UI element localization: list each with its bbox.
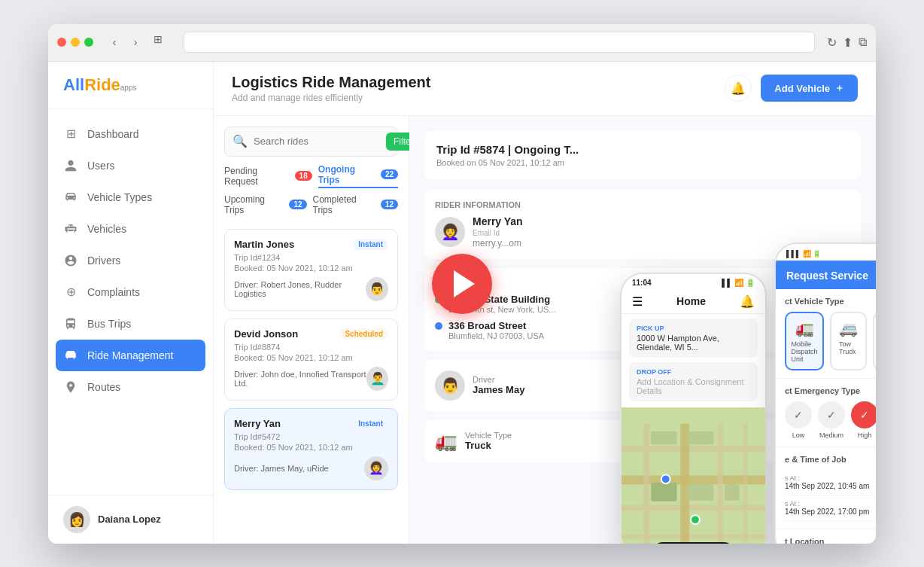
pickup-item: Empire State Building 20 w 34th st, New …: [435, 294, 850, 314]
main-header: Logistics Ride Management Add and manage…: [214, 62, 876, 116]
trip-header: Trip Id #5874 | Ongoing T... Booked on 0…: [424, 131, 861, 179]
search-bar-area: 🔍 Filter ⚙: [214, 116, 409, 164]
tab-completed-badge: 12: [381, 200, 398, 209]
ride-trip-id-0: Trip Id#1234: [234, 253, 388, 262]
forward-button[interactable]: ›: [126, 33, 144, 51]
ride-card-header-0: Martin Jones Instant: [234, 239, 388, 250]
search-input[interactable]: [254, 136, 380, 147]
vehicle-details: Vehicle Type Truck: [465, 431, 512, 451]
page-subtitle: Add and manage rides efficiently: [232, 93, 431, 103]
maximize-dot[interactable]: [84, 38, 93, 47]
browser-actions: ↻ ⬆ ⧉: [827, 35, 867, 50]
tab-pending[interactable]: Pending Request 18: [224, 164, 312, 188]
ride-date-1: Booked: 05 Nov 2021, 10:12 am: [234, 353, 388, 362]
minimize-dot[interactable]: [71, 38, 80, 47]
share-icon[interactable]: ⬆: [843, 35, 853, 50]
ride-card-2[interactable]: Merry Yan Instant Trip Id#5472 Booked: 0…: [224, 408, 398, 490]
sidebar-item-routes[interactable]: Routes: [48, 371, 213, 403]
notifications-button[interactable]: 🔔: [725, 75, 752, 102]
vehicle-section: 🚛 Vehicle Type Truck: [424, 420, 861, 462]
content-body: 🔍 Filter ⚙ Pending Request: [214, 116, 876, 544]
logo-suffix: apps: [120, 84, 137, 92]
sidebar-label-complaints: Complaints: [87, 286, 140, 298]
rider-email: Email Id merry.y...om: [473, 227, 523, 248]
sidebar-item-users[interactable]: Users: [48, 150, 213, 181]
add-vehicle-button[interactable]: Add Vehicle ＋: [761, 75, 858, 102]
trip-detail: Trip Id #5874 | Ongoing T... Booked on 0…: [409, 116, 876, 544]
ride-name-1: Devid Jonson: [234, 328, 298, 340]
tab-ongoing-badge: 22: [381, 169, 398, 179]
tab-upcoming-label: Upcoming Trips: [224, 194, 285, 215]
rider-details: Merry Yan Email Id merry.y...om: [473, 215, 523, 248]
browser-nav: ‹ ›: [105, 33, 144, 51]
ride-avatar-0: 👨: [366, 277, 388, 301]
ride-card-bottom-1: Driver: John doe, Innofied Transport Ltd…: [234, 367, 388, 391]
ride-driver-2: Driver: James May, uRide: [234, 464, 329, 473]
rider-avatar: 👩‍🦱: [435, 217, 465, 247]
filter-row-2: Upcoming Trips 12 Completed Trips 12: [224, 194, 398, 215]
user-name: Daiana Lopez: [98, 514, 161, 525]
sidebar-label-vehicles: Vehicles: [87, 223, 126, 235]
tab-pending-label: Pending Request: [224, 166, 291, 187]
sidebar-user: 👩 Daiana Lopez: [48, 495, 213, 544]
vehicle-type-icon: 🚛: [435, 431, 457, 452]
ride-driver-1: Driver: John doe, Innofied Transport Ltd…: [234, 370, 366, 388]
logo-area: AllRideapps: [48, 62, 213, 109]
main-content: Logistics Ride Management Add and manage…: [214, 62, 876, 544]
rider-info-section: Rider Information 👩‍🦱 Merry Yan Email Id…: [424, 190, 861, 259]
close-dot[interactable]: [57, 38, 66, 47]
sidebar-item-drivers[interactable]: Drivers: [48, 245, 213, 276]
play-icon: [454, 270, 475, 297]
address-bar[interactable]: [184, 32, 815, 53]
reload-icon[interactable]: ↻: [827, 35, 837, 50]
vehicle-label: Vehicle Type: [465, 431, 512, 440]
tab-pending-badge: 18: [295, 171, 312, 181]
rider-name: Merry Yan: [473, 215, 523, 227]
ride-badge-1: Scheduled: [339, 328, 388, 340]
sidebar-item-ride-management[interactable]: Ride Management: [56, 340, 205, 371]
app-logo: AllRideapps: [63, 75, 198, 95]
back-button[interactable]: ‹: [105, 33, 123, 51]
drivers-icon: [63, 253, 78, 268]
sidebar-item-vehicle-types[interactable]: Vehicle Types: [48, 181, 213, 213]
window-controls: [57, 38, 93, 47]
sidebar-navigation: ⊞ Dashboard Users Vehicle Types: [48, 109, 213, 495]
rider-info: 👩‍🦱 Merry Yan Email Id merry.y...om: [435, 215, 850, 248]
bus-trips-icon: [63, 316, 78, 331]
tab-ongoing[interactable]: Ongoing Trips 22: [318, 164, 398, 188]
email-value: merry.y...om: [473, 238, 521, 248]
tab-upcoming[interactable]: Upcoming Trips 12: [224, 194, 307, 215]
ride-trip-id-2: Trip Id#5472: [234, 432, 388, 441]
play-button[interactable]: [432, 254, 492, 314]
ride-card-0[interactable]: Martin Jones Instant Trip Id#1234 Booked…: [224, 229, 398, 311]
tab-completed-label: Completed Trips: [313, 194, 377, 215]
ride-date-0: Booked: 05 Nov 2021, 10:12 am: [234, 264, 388, 273]
email-label: Email Id: [473, 229, 500, 237]
vehicle-info: 🚛 Vehicle Type Truck: [435, 431, 850, 452]
ride-name-0: Martin Jones: [234, 239, 294, 250]
filter-row-1: Pending Request 18 Ongoing Trips 22: [224, 164, 398, 188]
sidebar-label-bus-trips: Bus Trips: [87, 318, 131, 330]
dropoff-place: 336 Broad Street: [448, 320, 544, 331]
ride-card-1[interactable]: Devid Jonson Scheduled Trip Id#8874 Book…: [224, 319, 398, 401]
expand-icon[interactable]: ⧉: [859, 35, 867, 50]
driver-name: James May: [473, 384, 524, 395]
sidebar-label-vehicle-types: Vehicle Types: [87, 191, 152, 203]
sidebar: AllRideapps ⊞ Dashboard Users: [48, 62, 214, 544]
dropoff-address: Blumfield, NJ 07003, USA: [448, 331, 544, 340]
tab-completed[interactable]: Completed Trips 12: [313, 194, 398, 215]
sidebar-item-complaints[interactable]: ⊕ Complaints: [48, 276, 213, 308]
sidebar-item-dashboard[interactable]: ⊞ Dashboard: [48, 118, 213, 150]
driver-details: Driver James May: [473, 375, 524, 395]
sidebar-item-vehicles[interactable]: Vehicles: [48, 213, 213, 245]
sidebar-label-dashboard: Dashboard: [87, 128, 139, 140]
header-text: Logistics Ride Management Add and manage…: [232, 74, 431, 103]
user-avatar: 👩: [63, 506, 90, 533]
sidebar-item-bus-trips[interactable]: Bus Trips: [48, 308, 213, 340]
logo-text-all: All: [63, 75, 84, 94]
sidebar-label-drivers: Drivers: [87, 255, 120, 267]
tab-upcoming-badge: 12: [289, 200, 306, 209]
add-vehicle-label: Add Vehicle: [774, 83, 830, 94]
ride-card-bottom-0: Driver: Robert Jones, Rudder Logistics 👨: [234, 277, 388, 301]
filter-tabs: Pending Request 18 Ongoing Trips 22 Upco…: [214, 164, 409, 223]
